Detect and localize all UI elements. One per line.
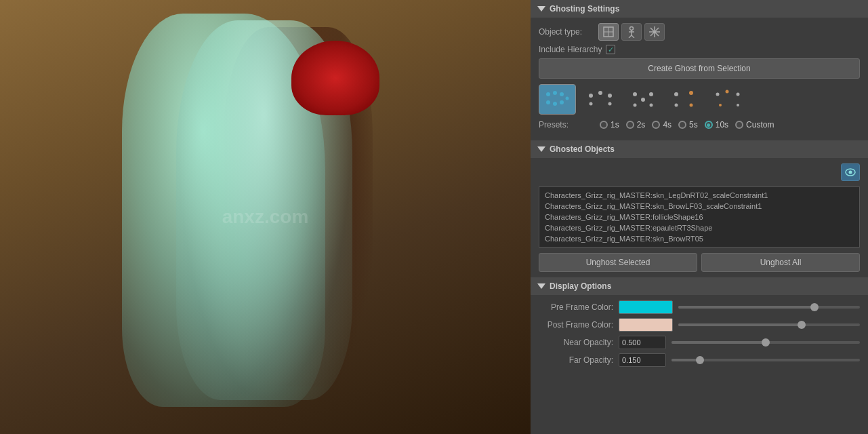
svg-point-36 [736, 92, 739, 96]
collapse-icon [537, 6, 545, 12]
pre-frame-color-row: Pre Frame Color: [539, 300, 860, 314]
near-opacity-label: Near Opacity: [539, 338, 613, 347]
object-type-skeleton-btn[interactable] [621, 23, 642, 41]
list-item[interactable]: Characters_Grizz_rig_MASTER:skn_LegDnRT0… [542, 190, 856, 201]
post-frame-slider-thumb[interactable] [798, 321, 806, 329]
svg-point-30 [674, 92, 678, 96]
preset-2s-option[interactable]: 2s [626, 120, 646, 130]
pre-frame-color-swatch[interactable] [619, 300, 673, 314]
post-frame-color-label: Post Frame Color: [539, 320, 613, 330]
svg-point-38 [737, 104, 739, 106]
svg-point-14 [553, 91, 557, 95]
ghosted-objects-list[interactable]: Characters_Grizz_rig_MASTER:skn_LegDnRT0… [539, 186, 860, 248]
list-item[interactable]: Characters_Grizz_rig_MASTER:epauletRT3Sh… [542, 222, 856, 233]
preset-4-icon [671, 87, 701, 112]
action-buttons-row: Unghost Selected Unghost All [539, 253, 860, 272]
svg-point-21 [598, 91, 602, 95]
object-type-custom-btn[interactable] [644, 23, 665, 41]
post-frame-color-slider[interactable] [678, 323, 860, 326]
preset-custom-option[interactable]: Custom [735, 120, 774, 130]
ghosted-objects-header[interactable]: Ghosted Objects [531, 140, 868, 158]
presets-radio-row: Presets: 1s 2s 4s 5s 10s [539, 120, 860, 130]
preset-icon-4[interactable] [667, 84, 704, 115]
pre-frame-slider-thumb[interactable] [810, 303, 819, 311]
svg-point-20 [589, 94, 593, 98]
list-item[interactable]: Characters_Grizz_rig_MASTER:skn_BrowRT05 [542, 233, 856, 244]
svg-point-33 [689, 103, 693, 106]
preset-1s-label: 1s [611, 120, 619, 130]
dense-dots-icon [543, 87, 573, 112]
svg-point-40 [849, 171, 852, 174]
svg-point-29 [649, 103, 653, 106]
preset-10s-option[interactable]: 10s [705, 120, 728, 130]
svg-line-7 [632, 35, 634, 38]
post-frame-color-row: Post Frame Color: [539, 318, 860, 332]
far-opacity-label: Far Opacity: [539, 355, 613, 365]
unghost-all-button[interactable]: Unghost All [701, 253, 860, 272]
svg-point-24 [608, 102, 611, 105]
preset-icon-2[interactable] [581, 84, 619, 115]
custom-icon [648, 26, 661, 38]
preset-icon-dense[interactable] [539, 84, 576, 115]
post-frame-color-swatch[interactable] [619, 318, 673, 332]
svg-point-26 [641, 98, 645, 102]
collapse-display-icon [537, 283, 545, 289]
far-opacity-value[interactable]: 0.150 [619, 353, 666, 367]
preset-10s-radio[interactable] [705, 121, 713, 129]
near-opacity-value[interactable]: 0.500 [619, 336, 666, 349]
eye-icon [845, 168, 856, 176]
skeleton-icon [625, 26, 638, 38]
preset-4s-radio[interactable] [652, 121, 660, 129]
object-type-label: Object type: [539, 27, 593, 37]
object-type-group [598, 23, 665, 41]
near-opacity-slider[interactable] [671, 341, 860, 344]
presets-label: Presets: [539, 120, 593, 130]
preset-1s-radio[interactable] [600, 121, 608, 129]
preset-10s-label: 10s [716, 120, 728, 130]
preset-4s-option[interactable]: 4s [652, 120, 671, 130]
object-type-row: Object type: [539, 23, 860, 41]
helmet-object [291, 41, 379, 115]
include-hierarchy-checkbox[interactable] [606, 45, 615, 54]
preset-icon-3[interactable] [624, 84, 661, 115]
svg-point-28 [633, 103, 636, 106]
svg-point-13 [546, 92, 550, 96]
display-options-header[interactable]: Display Options [531, 277, 868, 295]
preset-5s-option[interactable]: 5s [678, 120, 698, 130]
ghosted-header-row [539, 163, 860, 184]
preset-5s-radio[interactable] [678, 121, 686, 129]
svg-point-32 [674, 103, 678, 106]
svg-point-17 [553, 102, 557, 106]
far-opacity-thumb[interactable] [696, 356, 704, 364]
pre-frame-color-label: Pre Frame Color: [539, 302, 613, 312]
svg-point-34 [716, 92, 719, 96]
3d-viewport[interactable]: anxz.com [0, 0, 531, 434]
ghosting-settings-header[interactable]: Ghosting Settings [531, 0, 868, 18]
create-ghost-button[interactable]: Create Ghost from Selection [539, 58, 860, 79]
preset-1s-option[interactable]: 1s [600, 120, 619, 130]
preset-2s-radio[interactable] [626, 121, 634, 129]
preset-4s-label: 4s [663, 120, 671, 130]
object-type-mesh-btn[interactable] [598, 23, 619, 41]
display-options-title: Display Options [550, 281, 611, 291]
svg-point-16 [546, 100, 550, 104]
list-item[interactable]: Characters_Grizz_rig_MASTER:follicleShap… [542, 212, 856, 222]
pre-frame-color-slider[interactable] [678, 306, 860, 309]
far-opacity-slider[interactable] [671, 359, 860, 361]
preset-2s-label: 2s [637, 120, 646, 130]
near-opacity-thumb[interactable] [762, 338, 770, 347]
preset-custom-radio[interactable] [735, 121, 743, 129]
svg-point-35 [725, 90, 728, 93]
visibility-toggle-button[interactable] [841, 163, 860, 181]
preset-icon-5[interactable] [709, 84, 747, 115]
unghost-selected-button[interactable]: Unghost Selected [539, 253, 697, 272]
preset-custom-label: Custom [746, 120, 774, 130]
preset-3-icon [628, 87, 658, 112]
svg-point-19 [565, 96, 569, 100]
svg-line-6 [629, 35, 632, 38]
svg-point-22 [608, 94, 612, 98]
settings-panel: Ghosting Settings Object type: [531, 0, 868, 434]
preset-5s-label: 5s [689, 120, 698, 130]
list-item[interactable]: Characters_Grizz_rig_MASTER:skn_BrowLF03… [542, 201, 856, 212]
include-hierarchy-row: Include Hierarchy [539, 45, 860, 54]
